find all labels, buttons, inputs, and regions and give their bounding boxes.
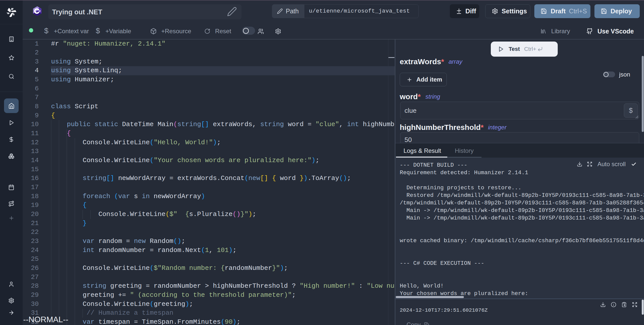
svg-text:#: # (39, 10, 41, 13)
